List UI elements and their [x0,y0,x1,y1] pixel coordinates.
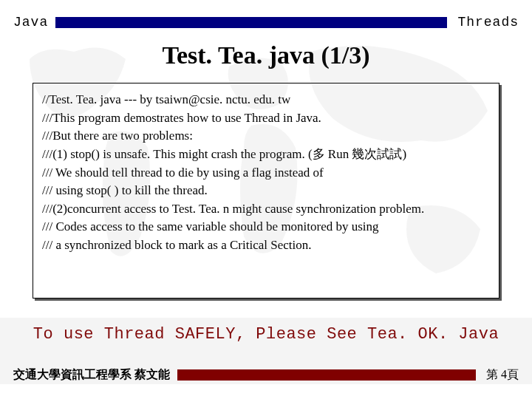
code-line: /// using stop( ) to kill the thread. [42,182,490,200]
mid-note: To use Thread SAFELY, Please See Tea. OK… [0,325,532,344]
page-title: Test. Tea. java (1/3) [0,41,532,69]
code-box: //Test. Tea. java --- by tsaiwn@csie. nc… [33,83,499,299]
code-line: ///(1) stop() is unsafe. This might cras… [42,146,490,164]
code-line: ///But there are two problems: [42,127,490,146]
header-right-label: Threads [447,15,519,30]
code-line: ///This program demostrates how to use T… [42,109,490,128]
code-line: ///(2)concurrent access to Test. Tea. n … [42,200,490,219]
code-line: /// We should tell thread to die by usin… [42,164,490,183]
code-line: //Test. Tea. java --- by tsaiwn@csie. nc… [42,91,490,109]
header: Java Threads [0,0,532,33]
footer-bar [177,369,476,381]
header-bar [55,17,447,28]
footer-left-label: 交通大學資訊工程學系 蔡文能 [13,367,177,383]
footer: 交通大學資訊工程學系 蔡文能 第 4頁 [0,367,532,383]
code-line: /// a synchronized block to mark as a Cr… [42,236,490,255]
header-left-label: Java [13,15,55,30]
footer-page-number: 第 4頁 [476,367,519,383]
code-line: /// Codes access to the same variable sh… [42,218,490,236]
